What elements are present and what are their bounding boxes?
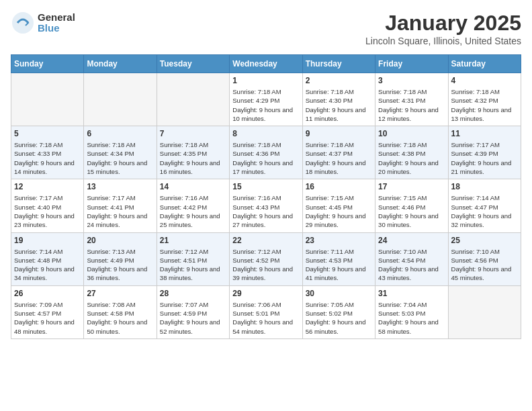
- day-info: Sunrise: 7:16 AMSunset: 4:43 PMDaylight:…: [232, 193, 299, 229]
- calendar-day-cell: 9Sunrise: 7:18 AMSunset: 4:37 PMDaylight…: [302, 126, 375, 179]
- calendar-day-cell: 11Sunrise: 7:17 AMSunset: 4:39 PMDayligh…: [448, 126, 521, 179]
- calendar-day-cell: 5Sunrise: 7:18 AMSunset: 4:33 PMDaylight…: [11, 126, 84, 179]
- day-number: 5: [14, 129, 81, 138]
- day-info: Sunrise: 7:18 AMSunset: 4:32 PMDaylight:…: [451, 87, 518, 123]
- day-info: Sunrise: 7:17 AMSunset: 4:39 PMDaylight:…: [451, 140, 518, 176]
- day-info: Sunrise: 7:08 AMSunset: 4:58 PMDaylight:…: [87, 300, 153, 336]
- day-number: 19: [14, 236, 81, 245]
- location-text: Lincoln Square, Illinois, United States: [365, 36, 521, 46]
- day-number: 23: [306, 236, 372, 245]
- day-info: Sunrise: 7:15 AMSunset: 4:46 PMDaylight:…: [378, 193, 445, 229]
- calendar-day-cell: 10Sunrise: 7:18 AMSunset: 4:38 PMDayligh…: [375, 126, 448, 179]
- day-number: 29: [232, 289, 299, 298]
- calendar-table: SundayMondayTuesdayWednesdayThursdayFrid…: [11, 54, 521, 339]
- day-number: 22: [232, 236, 299, 245]
- day-info: Sunrise: 7:04 AMSunset: 5:03 PMDaylight:…: [378, 300, 445, 336]
- day-info: Sunrise: 7:17 AMSunset: 4:40 PMDaylight:…: [14, 193, 81, 229]
- weekday-header-row: SundayMondayTuesdayWednesdayThursdayFrid…: [11, 55, 521, 73]
- calendar-day-cell: 30Sunrise: 7:05 AMSunset: 5:02 PMDayligh…: [302, 285, 375, 338]
- day-info: Sunrise: 7:05 AMSunset: 5:02 PMDaylight:…: [306, 300, 372, 336]
- weekday-header-saturday: Saturday: [448, 55, 521, 73]
- calendar-day-cell: 6Sunrise: 7:18 AMSunset: 4:34 PMDaylight…: [84, 126, 157, 179]
- day-number: 6: [87, 129, 153, 138]
- day-info: Sunrise: 7:18 AMSunset: 4:31 PMDaylight:…: [378, 87, 445, 123]
- day-info: Sunrise: 7:16 AMSunset: 4:42 PMDaylight:…: [160, 193, 226, 229]
- calendar-day-cell: 19Sunrise: 7:14 AMSunset: 4:48 PMDayligh…: [11, 232, 84, 285]
- calendar-week-row: 12Sunrise: 7:17 AMSunset: 4:40 PMDayligh…: [11, 179, 521, 232]
- day-info: Sunrise: 7:06 AMSunset: 5:01 PMDaylight:…: [232, 300, 299, 336]
- day-number: 12: [14, 182, 81, 191]
- day-info: Sunrise: 7:14 AMSunset: 4:47 PMDaylight:…: [451, 193, 518, 229]
- day-number: 3: [378, 76, 445, 85]
- calendar-day-cell: 20Sunrise: 7:13 AMSunset: 4:49 PMDayligh…: [84, 232, 157, 285]
- day-info: Sunrise: 7:13 AMSunset: 4:49 PMDaylight:…: [87, 247, 153, 283]
- day-info: Sunrise: 7:18 AMSunset: 4:33 PMDaylight:…: [14, 140, 81, 176]
- weekday-header-wednesday: Wednesday: [230, 55, 302, 73]
- day-number: 8: [232, 129, 299, 138]
- day-number: 21: [160, 236, 226, 245]
- day-info: Sunrise: 7:11 AMSunset: 4:53 PMDaylight:…: [306, 247, 372, 283]
- calendar-day-cell: 12Sunrise: 7:17 AMSunset: 4:40 PMDayligh…: [11, 179, 84, 232]
- title-section: January 2025 Lincoln Square, Illinois, U…: [365, 11, 521, 46]
- weekday-header-monday: Monday: [84, 55, 157, 73]
- day-info: Sunrise: 7:12 AMSunset: 4:52 PMDaylight:…: [232, 247, 299, 283]
- day-info: Sunrise: 7:14 AMSunset: 4:48 PMDaylight:…: [14, 247, 81, 283]
- day-info: Sunrise: 7:17 AMSunset: 4:41 PMDaylight:…: [87, 193, 153, 229]
- calendar-day-cell: 15Sunrise: 7:16 AMSunset: 4:43 PMDayligh…: [230, 179, 302, 232]
- day-number: 27: [87, 289, 153, 298]
- calendar-day-cell: 17Sunrise: 7:15 AMSunset: 4:46 PMDayligh…: [375, 179, 448, 232]
- logo-blue-text: Blue: [38, 23, 75, 34]
- day-number: 15: [232, 182, 299, 191]
- day-number: 2: [306, 76, 372, 85]
- calendar-day-cell: 26Sunrise: 7:09 AMSunset: 4:57 PMDayligh…: [11, 285, 84, 338]
- calendar-day-cell: [11, 73, 84, 126]
- calendar-day-cell: 28Sunrise: 7:07 AMSunset: 4:59 PMDayligh…: [157, 285, 229, 338]
- calendar-day-cell: [84, 73, 157, 126]
- day-info: Sunrise: 7:18 AMSunset: 4:38 PMDaylight:…: [378, 140, 445, 176]
- calendar-day-cell: [157, 73, 229, 126]
- day-number: 16: [306, 182, 372, 191]
- day-info: Sunrise: 7:18 AMSunset: 4:29 PMDaylight:…: [232, 87, 299, 123]
- day-number: 9: [306, 129, 372, 138]
- calendar-day-cell: 13Sunrise: 7:17 AMSunset: 4:41 PMDayligh…: [84, 179, 157, 232]
- day-info: Sunrise: 7:15 AMSunset: 4:45 PMDaylight:…: [306, 193, 372, 229]
- day-info: Sunrise: 7:18 AMSunset: 4:37 PMDaylight:…: [306, 140, 372, 176]
- day-info: Sunrise: 7:18 AMSunset: 4:36 PMDaylight:…: [232, 140, 299, 176]
- day-number: 14: [160, 182, 226, 191]
- day-info: Sunrise: 7:18 AMSunset: 4:34 PMDaylight:…: [87, 140, 153, 176]
- calendar-day-cell: 16Sunrise: 7:15 AMSunset: 4:45 PMDayligh…: [302, 179, 375, 232]
- month-title: January 2025: [365, 11, 521, 36]
- day-number: 26: [14, 289, 81, 298]
- calendar-week-row: 5Sunrise: 7:18 AMSunset: 4:33 PMDaylight…: [11, 126, 521, 179]
- day-number: 7: [160, 129, 226, 138]
- calendar-day-cell: 18Sunrise: 7:14 AMSunset: 4:47 PMDayligh…: [448, 179, 521, 232]
- calendar-day-cell: 3Sunrise: 7:18 AMSunset: 4:31 PMDaylight…: [375, 73, 448, 126]
- calendar-day-cell: 1Sunrise: 7:18 AMSunset: 4:29 PMDaylight…: [230, 73, 302, 126]
- day-number: 17: [378, 182, 445, 191]
- day-info: Sunrise: 7:10 AMSunset: 4:56 PMDaylight:…: [451, 247, 518, 283]
- page-header: General Blue January 2025 Lincoln Square…: [11, 11, 521, 46]
- day-number: 20: [87, 236, 153, 245]
- calendar-day-cell: 22Sunrise: 7:12 AMSunset: 4:52 PMDayligh…: [230, 232, 302, 285]
- day-info: Sunrise: 7:07 AMSunset: 4:59 PMDaylight:…: [160, 300, 226, 336]
- day-info: Sunrise: 7:18 AMSunset: 4:35 PMDaylight:…: [160, 140, 226, 176]
- day-number: 18: [451, 182, 518, 191]
- day-number: 4: [451, 76, 518, 85]
- day-number: 11: [451, 129, 518, 138]
- calendar-day-cell: [448, 285, 521, 338]
- weekday-header-sunday: Sunday: [11, 55, 84, 73]
- calendar-week-row: 19Sunrise: 7:14 AMSunset: 4:48 PMDayligh…: [11, 232, 521, 285]
- calendar-day-cell: 27Sunrise: 7:08 AMSunset: 4:58 PMDayligh…: [84, 285, 157, 338]
- logo: General Blue: [11, 11, 75, 35]
- calendar-day-cell: 24Sunrise: 7:10 AMSunset: 4:54 PMDayligh…: [375, 232, 448, 285]
- weekday-header-thursday: Thursday: [302, 55, 375, 73]
- calendar-day-cell: 29Sunrise: 7:06 AMSunset: 5:01 PMDayligh…: [230, 285, 302, 338]
- calendar-day-cell: 14Sunrise: 7:16 AMSunset: 4:42 PMDayligh…: [157, 179, 229, 232]
- day-number: 30: [306, 289, 372, 298]
- calendar-day-cell: 31Sunrise: 7:04 AMSunset: 5:03 PMDayligh…: [375, 285, 448, 338]
- day-number: 31: [378, 289, 445, 298]
- day-number: 10: [378, 129, 445, 138]
- day-info: Sunrise: 7:10 AMSunset: 4:54 PMDaylight:…: [378, 247, 445, 283]
- day-number: 24: [378, 236, 445, 245]
- svg-point-0: [12, 12, 34, 34]
